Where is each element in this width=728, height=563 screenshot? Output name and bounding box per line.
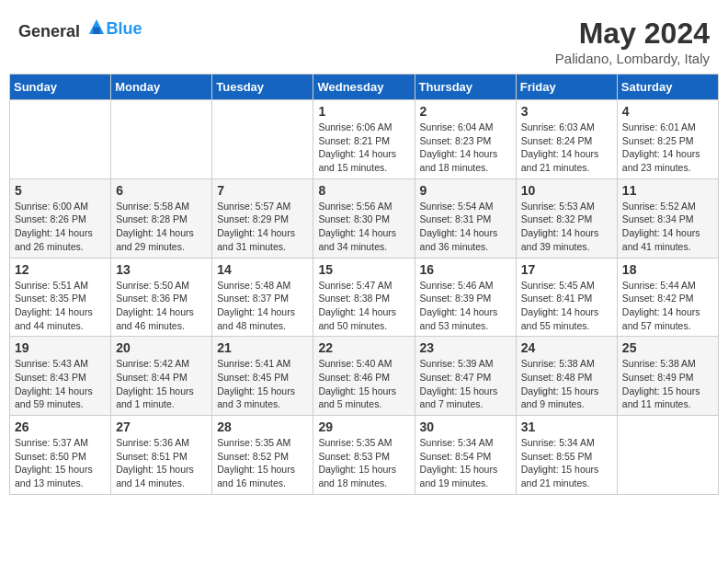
day-info: Sunrise: 5:35 AM Sunset: 8:52 PM Dayligh… <box>217 436 308 490</box>
calendar-cell: 4Sunrise: 6:01 AM Sunset: 8:25 PM Daylig… <box>617 100 718 179</box>
col-header-wednesday: Wednesday <box>313 75 415 100</box>
day-number: 20 <box>116 340 207 355</box>
day-number: 29 <box>318 419 409 434</box>
day-number: 16 <box>420 262 511 277</box>
calendar-cell: 20Sunrise: 5:42 AM Sunset: 8:44 PM Dayli… <box>111 337 212 416</box>
day-number: 5 <box>15 183 106 198</box>
calendar-cell: 15Sunrise: 5:47 AM Sunset: 8:38 PM Dayli… <box>313 258 415 337</box>
day-number: 30 <box>420 419 511 434</box>
day-number: 6 <box>116 183 207 198</box>
day-number: 24 <box>521 340 612 355</box>
calendar-cell: 31Sunrise: 5:34 AM Sunset: 8:55 PM Dayli… <box>516 416 617 495</box>
day-info: Sunrise: 5:58 AM Sunset: 8:28 PM Dayligh… <box>116 200 207 254</box>
calendar-week-5: 26Sunrise: 5:37 AM Sunset: 8:50 PM Dayli… <box>10 416 719 495</box>
calendar-cell: 19Sunrise: 5:43 AM Sunset: 8:43 PM Dayli… <box>10 337 111 416</box>
calendar-cell: 29Sunrise: 5:35 AM Sunset: 8:53 PM Dayli… <box>313 416 415 495</box>
day-number: 13 <box>116 262 207 277</box>
calendar-cell: 8Sunrise: 5:56 AM Sunset: 8:30 PM Daylig… <box>313 178 415 258</box>
day-info: Sunrise: 5:54 AM Sunset: 8:31 PM Dayligh… <box>420 200 511 254</box>
logo-blue: Blue <box>107 19 142 38</box>
day-info: Sunrise: 5:53 AM Sunset: 8:32 PM Dayligh… <box>521 200 612 254</box>
day-info: Sunrise: 5:35 AM Sunset: 8:53 PM Dayligh… <box>318 436 409 490</box>
calendar-cell: 6Sunrise: 5:58 AM Sunset: 8:28 PM Daylig… <box>111 178 212 258</box>
day-number: 11 <box>622 183 713 198</box>
day-info: Sunrise: 6:00 AM Sunset: 8:26 PM Dayligh… <box>15 200 106 254</box>
calendar-header-row: SundayMondayTuesdayWednesdayThursdayFrid… <box>10 75 719 100</box>
calendar-cell <box>212 100 313 179</box>
calendar-cell: 2Sunrise: 6:04 AM Sunset: 8:23 PM Daylig… <box>415 100 516 179</box>
calendar-cell: 14Sunrise: 5:48 AM Sunset: 8:37 PM Dayli… <box>212 258 313 337</box>
day-number: 10 <box>521 183 612 198</box>
day-number: 28 <box>217 419 308 434</box>
day-number: 25 <box>622 340 713 355</box>
day-number: 27 <box>116 419 207 434</box>
day-number: 23 <box>420 340 511 355</box>
calendar-week-1: 1Sunrise: 6:06 AM Sunset: 8:21 PM Daylig… <box>10 100 719 179</box>
day-number: 18 <box>622 262 713 277</box>
day-info: Sunrise: 5:48 AM Sunset: 8:37 PM Dayligh… <box>217 279 308 333</box>
day-number: 12 <box>15 262 106 277</box>
day-info: Sunrise: 5:38 AM Sunset: 8:48 PM Dayligh… <box>521 357 612 411</box>
day-number: 31 <box>521 419 612 434</box>
day-info: Sunrise: 5:37 AM Sunset: 8:50 PM Dayligh… <box>15 436 106 490</box>
svg-marker-1 <box>93 28 99 34</box>
calendar-cell: 30Sunrise: 5:34 AM Sunset: 8:54 PM Dayli… <box>415 416 516 495</box>
calendar-cell: 25Sunrise: 5:38 AM Sunset: 8:49 PM Dayli… <box>617 337 718 416</box>
calendar-week-4: 19Sunrise: 5:43 AM Sunset: 8:43 PM Dayli… <box>10 337 719 416</box>
calendar-cell: 11Sunrise: 5:52 AM Sunset: 8:34 PM Dayli… <box>617 178 718 258</box>
day-info: Sunrise: 5:47 AM Sunset: 8:38 PM Dayligh… <box>318 279 409 333</box>
day-info: Sunrise: 5:50 AM Sunset: 8:36 PM Dayligh… <box>116 279 207 333</box>
day-info: Sunrise: 6:03 AM Sunset: 8:24 PM Dayligh… <box>521 121 612 175</box>
day-number: 15 <box>318 262 409 277</box>
location-title: Palidano, Lombardy, Italy <box>555 51 710 66</box>
calendar-cell <box>111 100 212 179</box>
calendar-cell: 22Sunrise: 5:40 AM Sunset: 8:46 PM Dayli… <box>313 337 415 416</box>
day-info: Sunrise: 5:52 AM Sunset: 8:34 PM Dayligh… <box>622 200 713 254</box>
calendar-cell <box>10 100 111 179</box>
calendar-cell <box>617 416 718 495</box>
day-info: Sunrise: 6:04 AM Sunset: 8:23 PM Dayligh… <box>420 121 511 175</box>
calendar-cell: 9Sunrise: 5:54 AM Sunset: 8:31 PM Daylig… <box>415 178 516 258</box>
day-number: 7 <box>217 183 308 198</box>
day-info: Sunrise: 5:45 AM Sunset: 8:41 PM Dayligh… <box>521 279 612 333</box>
logo: General Blue <box>18 17 142 40</box>
calendar-cell: 18Sunrise: 5:44 AM Sunset: 8:42 PM Dayli… <box>617 258 718 337</box>
day-number: 4 <box>622 104 713 119</box>
calendar-cell: 24Sunrise: 5:38 AM Sunset: 8:48 PM Dayli… <box>516 337 617 416</box>
calendar-cell: 7Sunrise: 5:57 AM Sunset: 8:29 PM Daylig… <box>212 178 313 258</box>
day-info: Sunrise: 5:56 AM Sunset: 8:30 PM Dayligh… <box>318 200 409 254</box>
calendar: SundayMondayTuesdayWednesdayThursdayFrid… <box>9 74 719 495</box>
day-info: Sunrise: 5:41 AM Sunset: 8:45 PM Dayligh… <box>217 357 308 411</box>
day-info: Sunrise: 5:57 AM Sunset: 8:29 PM Dayligh… <box>217 200 308 254</box>
day-info: Sunrise: 5:40 AM Sunset: 8:46 PM Dayligh… <box>318 357 409 411</box>
day-number: 21 <box>217 340 308 355</box>
day-number: 1 <box>318 104 409 119</box>
day-info: Sunrise: 5:51 AM Sunset: 8:35 PM Dayligh… <box>15 279 106 333</box>
calendar-cell: 17Sunrise: 5:45 AM Sunset: 8:41 PM Dayli… <box>516 258 617 337</box>
calendar-cell: 26Sunrise: 5:37 AM Sunset: 8:50 PM Dayli… <box>10 416 111 495</box>
calendar-cell: 28Sunrise: 5:35 AM Sunset: 8:52 PM Dayli… <box>212 416 313 495</box>
day-info: Sunrise: 5:34 AM Sunset: 8:55 PM Dayligh… <box>521 436 612 490</box>
day-number: 9 <box>420 183 511 198</box>
day-number: 22 <box>318 340 409 355</box>
day-info: Sunrise: 5:42 AM Sunset: 8:44 PM Dayligh… <box>116 357 207 411</box>
calendar-cell: 5Sunrise: 6:00 AM Sunset: 8:26 PM Daylig… <box>10 178 111 258</box>
calendar-cell: 3Sunrise: 6:03 AM Sunset: 8:24 PM Daylig… <box>516 100 617 179</box>
page-header: General Blue May 2024 Palidano, Lombardy… <box>9 9 719 70</box>
calendar-cell: 21Sunrise: 5:41 AM Sunset: 8:45 PM Dayli… <box>212 337 313 416</box>
calendar-cell: 16Sunrise: 5:46 AM Sunset: 8:39 PM Dayli… <box>415 258 516 337</box>
day-info: Sunrise: 5:34 AM Sunset: 8:54 PM Dayligh… <box>420 436 511 490</box>
calendar-cell: 23Sunrise: 5:39 AM Sunset: 8:47 PM Dayli… <box>415 337 516 416</box>
col-header-monday: Monday <box>111 75 212 100</box>
logo-icon <box>86 17 107 37</box>
day-info: Sunrise: 6:06 AM Sunset: 8:21 PM Dayligh… <box>318 121 409 175</box>
col-header-saturday: Saturday <box>617 75 718 100</box>
logo-general: General <box>18 22 80 40</box>
col-header-tuesday: Tuesday <box>212 75 313 100</box>
day-info: Sunrise: 5:38 AM Sunset: 8:49 PM Dayligh… <box>622 357 713 411</box>
day-number: 2 <box>420 104 511 119</box>
calendar-week-3: 12Sunrise: 5:51 AM Sunset: 8:35 PM Dayli… <box>10 258 719 337</box>
day-info: Sunrise: 5:39 AM Sunset: 8:47 PM Dayligh… <box>420 357 511 411</box>
calendar-cell: 1Sunrise: 6:06 AM Sunset: 8:21 PM Daylig… <box>313 100 415 179</box>
day-info: Sunrise: 6:01 AM Sunset: 8:25 PM Dayligh… <box>622 121 713 175</box>
